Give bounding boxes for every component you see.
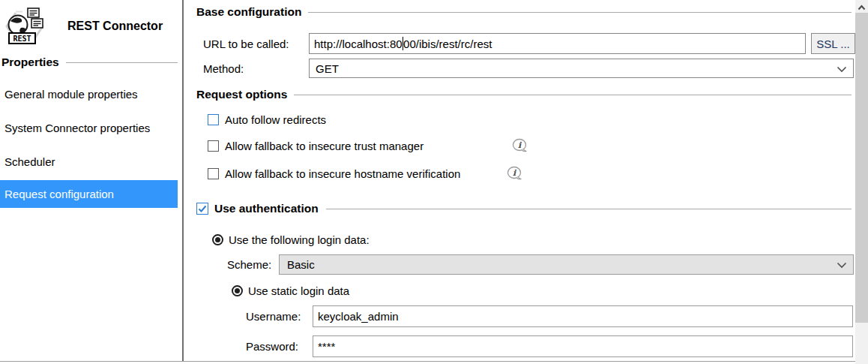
module-title: REST Connector: [67, 20, 163, 33]
login-data-radio-row: Use the following login data:: [212, 233, 370, 246]
login-data-radio[interactable]: [212, 234, 223, 245]
scroll-up-button[interactable]: [855, 0, 868, 13]
scheme-label: Scheme:: [227, 258, 271, 272]
static-login-radio[interactable]: [232, 285, 243, 296]
sidebar-item-system-connector-properties[interactable]: System Connector properties: [0, 114, 178, 142]
scheme-select[interactable]: Basic: [279, 254, 854, 275]
url-input[interactable]: http://localhost:8000/ibis/rest/rc/rest: [309, 33, 806, 54]
static-login-radio-label[interactable]: Use static login data: [248, 284, 349, 297]
password-value: ****: [318, 340, 335, 353]
chevron-up-icon: [858, 0, 866, 13]
info-icon[interactable]: i: [512, 138, 528, 153]
chevron-down-icon: [837, 62, 847, 75]
password-label: Password:: [246, 340, 298, 353]
scrollbar-thumb[interactable]: [855, 13, 868, 323]
password-input[interactable]: ****: [313, 335, 853, 357]
properties-title: Properties: [1, 56, 59, 69]
auto-follow-redirects-label[interactable]: Auto follow redirects: [225, 113, 326, 126]
insecure-hostname-verification-checkbox[interactable]: [208, 168, 219, 179]
url-label: URL to be called:: [203, 38, 289, 51]
static-login-radio-row: Use static login data: [232, 284, 349, 297]
username-input[interactable]: keycloak_admin: [313, 305, 853, 327]
chevron-down-icon: [837, 258, 847, 271]
ssl-button[interactable]: SSL ...: [811, 33, 855, 54]
method-label: Method:: [203, 62, 244, 76]
url-text-before: http://localhost:80: [314, 38, 403, 50]
section-divider-line: [326, 209, 852, 209]
properties-header: Properties: [1, 56, 178, 69]
url-text-after: 00/ibis/rest/rc/rest: [403, 38, 492, 50]
sidebar-item-scheduler[interactable]: Scheduler: [0, 148, 178, 176]
auto-follow-redirects-checkbox[interactable]: [208, 114, 219, 125]
window-bottom-border: [0, 361, 855, 362]
request-options-section: Request options: [196, 88, 852, 101]
use-authentication-title[interactable]: Use authentication: [214, 202, 319, 215]
insecure-hostname-verification-label[interactable]: Allow fallback to insecure hostname veri…: [225, 167, 460, 180]
sidebar-item-request-configuration[interactable]: Request configuration: [0, 180, 178, 208]
properties-divider-line: [66, 62, 178, 63]
use-authentication-checkbox[interactable]: [196, 203, 208, 215]
insecure-trust-manager-row: Allow fallback to insecure trust manager: [208, 139, 424, 152]
request-options-title: Request options: [196, 88, 287, 101]
scheme-value: Basic: [287, 258, 837, 271]
insecure-hostname-verification-row: Allow fallback to insecure hostname veri…: [208, 167, 460, 180]
rest-connector-icon: REST: [3, 6, 46, 47]
method-value: GET: [316, 62, 837, 75]
insecure-trust-manager-label[interactable]: Allow fallback to insecure trust manager: [225, 140, 424, 152]
use-authentication-section: Use authentication: [196, 202, 852, 215]
auto-follow-redirects-row: Auto follow redirects: [208, 113, 326, 126]
username-label: Username:: [246, 310, 301, 323]
base-configuration-title: Base configuration: [196, 5, 301, 19]
method-select[interactable]: GET: [309, 59, 854, 78]
section-divider-line: [294, 95, 852, 95]
scrollbar[interactable]: [855, 0, 868, 364]
sidebar-item-general-module-properties[interactable]: General module properties: [0, 80, 178, 108]
insecure-trust-manager-checkbox[interactable]: [208, 140, 219, 152]
svg-text:REST: REST: [13, 35, 31, 43]
section-divider-line: [308, 12, 852, 13]
username-value: keycloak_admin: [318, 310, 399, 323]
base-configuration-section: Base configuration: [196, 5, 852, 19]
sidebar-main-divider: [182, 0, 184, 362]
login-data-radio-label[interactable]: Use the following login data:: [229, 233, 370, 246]
info-icon[interactable]: i: [507, 166, 522, 181]
rest-connector-properties-window: REST REST Connector Properties General m…: [0, 0, 868, 364]
